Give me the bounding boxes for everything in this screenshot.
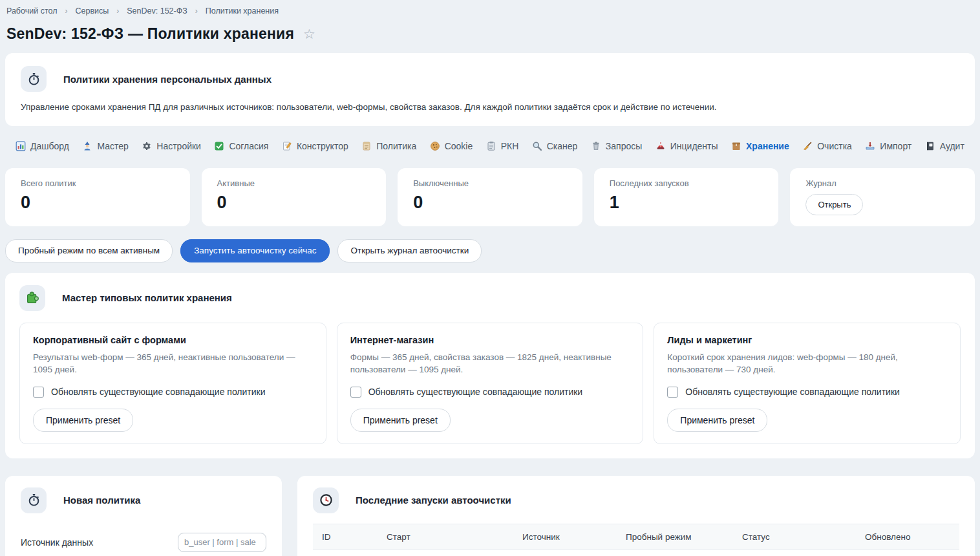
tab-storage[interactable]: Хранение (731, 141, 789, 151)
stat-value: 0 (217, 193, 371, 213)
clipboard-icon (486, 141, 496, 151)
stat-label: Последних запусков (610, 178, 763, 188)
new-policy-card: Новая политика Источник данных Тип сущно… (5, 476, 282, 556)
breadcrumb: Рабочий стол›Сервисы›SenDev: 152-ФЗ›Поли… (5, 0, 975, 16)
field-label: Источник данных (21, 537, 93, 548)
tab-label: Конструктор (297, 141, 348, 151)
apply-preset-button[interactable]: Применить preset (350, 409, 451, 432)
journal-card: Журнал Открыть (790, 168, 975, 226)
breadcrumb-item[interactable]: Рабочий стол (6, 6, 57, 16)
stat-card: Всего политик 0 (5, 168, 190, 226)
actions-row: Пробный режим по всем активным Запустить… (5, 239, 975, 262)
dry-run-all-button[interactable]: Пробный режим по всем активным (5, 239, 173, 262)
apply-preset-button[interactable]: Применить preset (667, 409, 767, 432)
form-row: Источник данных (21, 524, 266, 556)
checkbox-label: Обновлять существующие совпадающие полит… (685, 387, 900, 397)
breadcrumb-separator-icon: › (195, 6, 198, 16)
puzzle-icon (19, 285, 45, 311)
stat-label: Активные (217, 178, 371, 188)
run-start: 20.03.2026 09:57:47 (378, 550, 513, 556)
title-row: SenDev: 152-ФЗ — Политики хранения ☆ (6, 25, 975, 43)
tab-label: Запросы (606, 141, 642, 151)
tab-cookie[interactable]: Cookie (430, 141, 473, 151)
tab-requests[interactable]: Запросы (591, 141, 642, 151)
stopwatch-icon (21, 487, 47, 513)
tab-label: Очистка (817, 141, 852, 151)
tab-label: Хранение (746, 141, 789, 151)
runs-column-header: Статус (733, 524, 856, 550)
runs-table: IDСтартИсточникПробный режимСтатусОбновл… (313, 524, 959, 556)
box-icon (731, 141, 741, 151)
tab-policy[interactable]: Политика (361, 141, 416, 151)
open-journal-button[interactable]: Открыть (805, 194, 863, 215)
run-cell: Завершён (733, 550, 856, 556)
runs-column-header: Старт (378, 524, 513, 550)
new-policy-title: Новая политика (63, 495, 140, 506)
tab-label: РКН (501, 141, 519, 151)
run-updated: 0 (856, 550, 959, 556)
run-source: agent (513, 550, 617, 556)
tab-master[interactable]: Мастер (82, 141, 128, 151)
tab-import[interactable]: Импорт (865, 141, 911, 151)
runs-card: Последние запуски автоочистки IDСтартИст… (297, 476, 975, 556)
update-existing-checkbox-row: Обновлять существующие совпадающие полит… (350, 387, 630, 398)
clock-icon (313, 487, 339, 513)
tab-label: Инциденты (670, 141, 718, 151)
update-existing-checkbox[interactable] (667, 387, 678, 398)
page-title: SenDev: 152-ФЗ — Политики хранения (6, 25, 294, 43)
field-input[interactable] (178, 533, 266, 552)
breadcrumb-separator-icon: › (116, 6, 119, 16)
tab-scanner[interactable]: Сканер (532, 141, 578, 151)
tab-audit[interactable]: Аудит (925, 141, 964, 151)
update-existing-checkbox[interactable] (350, 387, 361, 398)
checkbox-label: Обновлять существующие совпадающие полит… (368, 387, 583, 397)
tab-constructor[interactable]: Конструктор (282, 141, 348, 151)
apply-preset-button[interactable]: Применить preset (33, 409, 133, 432)
header-card: Политики хранения персональных данных Уп… (5, 53, 975, 126)
breadcrumb-item[interactable]: SenDev: 152-ФЗ (127, 6, 187, 16)
header-description: Управление сроками хранения ПД для разли… (21, 102, 959, 112)
magnifier-icon (532, 141, 542, 151)
runs-column-header: ID (313, 524, 378, 550)
tab-label: Дашборд (30, 141, 69, 151)
breadcrumb-item[interactable]: Сервисы (75, 6, 109, 16)
new-policy-form: Источник данных Тип сущности (21, 524, 266, 556)
page: Рабочий стол›Сервисы›SenDev: 152-ФЗ›Поли… (0, 0, 980, 556)
cookie-icon (430, 141, 440, 151)
tab-label: Согласия (229, 141, 268, 151)
tab-rkn[interactable]: РКН (486, 141, 519, 151)
tab-bar: Дашборд Мастер Настройки Согласия Констр… (5, 136, 975, 156)
stat-value: 0 (21, 193, 175, 213)
runs-column-header: Пробный режим (617, 524, 733, 550)
bottom-row: Новая политика Источник данных Тип сущно… (5, 476, 975, 556)
run-autocleanup-button[interactable]: Запустить автоочистку сейчас (180, 239, 330, 262)
breadcrumb-separator-icon: › (65, 6, 67, 16)
header-title: Политики хранения персональных данных (63, 74, 272, 85)
wizard-icon (82, 141, 92, 151)
wizard-title: Мастер типовых политик хранения (62, 292, 232, 303)
tab-incidents[interactable]: Инциденты (655, 141, 718, 151)
preset-card: Корпоративный сайт с формами Результаты … (19, 323, 326, 444)
tab-label: Мастер (97, 141, 128, 151)
tab-label: Сканер (547, 141, 578, 151)
runs-title: Последние запуски автоочистки (356, 495, 511, 506)
notebook-icon (925, 141, 935, 151)
tab-consents[interactable]: Согласия (214, 141, 268, 151)
runs-column-header: Источник (513, 524, 617, 550)
breadcrumb-item[interactable]: Политики хранения (206, 6, 279, 16)
run-dry-run: Нет (617, 550, 733, 556)
runs-column-header: Обновлено (856, 524, 959, 550)
trash-icon (591, 141, 601, 151)
update-existing-checkbox[interactable] (33, 387, 44, 398)
runs-table-header: IDСтартИсточникПробный режимСтатусОбновл… (313, 524, 959, 550)
preset-card: Интернет-магазин Формы — 365 дней, свойс… (337, 323, 644, 444)
open-cleanup-journal-button[interactable]: Открыть журнал автоочистки (337, 239, 482, 262)
siren-icon (655, 141, 666, 151)
preset-title: Интернет-магазин (350, 335, 630, 345)
stat-label: Выключенные (413, 178, 567, 188)
tab-dashboard[interactable]: Дашборд (16, 141, 69, 151)
tab-settings[interactable]: Настройки (142, 141, 201, 151)
favorite-star-icon[interactable]: ☆ (303, 27, 315, 42)
table-row: 120.03.2026 09:57:47agentНетЗавершён0 (313, 550, 959, 556)
tab-cleanup[interactable]: Очистка (802, 141, 852, 151)
